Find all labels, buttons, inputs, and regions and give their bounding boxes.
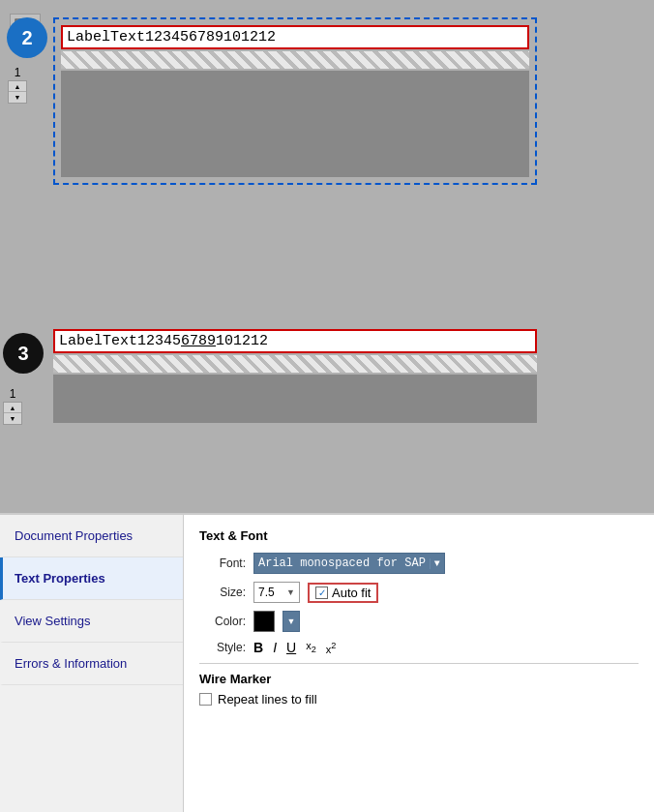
spinner-2[interactable]: ▲ ▼ [8,80,27,104]
spinner-down-2[interactable]: ▼ [9,92,26,103]
wire-repeat-checkbox[interactable] [199,693,212,706]
style-superscript-button[interactable]: x2 [326,641,337,655]
spinner-3[interactable]: ▲ ▼ [3,402,22,425]
sidebar: Document Properties Text Properties View… [0,515,184,812]
bottom-panel: Document Properties Text Properties View… [0,513,654,812]
font-label: Font: [199,556,246,570]
badge-2: 2 [7,17,47,58]
wire-repeat-row: Repeat lines to fill [199,692,639,707]
hatch-row-2 [61,51,529,69]
sidebar-item-document-properties[interactable]: Document Properties [0,515,183,557]
style-underline-button[interactable]: U [286,640,296,655]
sidebar-item-text-properties[interactable]: Text Properties [0,557,183,600]
spinner-value-3: 1 [10,387,16,401]
label-text-input-2[interactable] [61,25,529,49]
hatch-row-3 [53,355,537,373]
spinner-up-3[interactable]: ▲ [4,403,21,413]
spinner-value-2: 1 [15,66,21,79]
label-3-wrapper: LabelText123456789101212 [53,329,537,423]
wire-marker-section: Wire Marker Repeat lines to fill [199,672,639,707]
badge-3: 3 [3,333,44,374]
gray-block-3 [53,375,537,423]
sidebar-item-errors-information[interactable]: Errors & Information [0,643,183,685]
label-text-display-3: LabelText123456789101212 [53,329,537,353]
color-dropdown-arrow[interactable]: ▼ [282,611,300,632]
label-block-2: 2 [53,17,595,185]
size-value: 7.5 [258,586,275,599]
spinner-up-2[interactable]: ▲ [9,81,26,92]
label-block-3: 3 LabelText123456789101212 1 ▲ ▼ [53,329,537,423]
size-row: Size: 7.5 ▼ ✓ Auto fit [199,582,639,603]
canvas-area: 2 1 ▲ ▼ 3 LabelText123456789101212 1 [0,0,654,513]
font-row: Font: Arial monospaced for SAP ▼ [199,553,639,574]
wire-marker-title: Wire Marker [199,672,639,686]
spinner-col-2: 1 ▲ ▼ [8,66,27,104]
font-value: Arial monospaced for SAP [258,556,426,570]
style-italic-button[interactable]: I [273,640,277,655]
gray-block-2 [61,71,529,177]
style-bold-button[interactable]: B [253,640,263,655]
text-font-section-title: Text & Font [199,528,639,543]
divider [199,663,639,664]
style-row: Style: B I U x2 x2 [199,640,639,655]
wire-repeat-label: Repeat lines to fill [218,692,317,707]
sidebar-item-view-settings[interactable]: View Settings [0,600,183,643]
autofit-checkbox-container[interactable]: ✓ Auto fit [308,583,378,603]
dashed-selection-box [53,17,537,185]
spinner-col-3: 1 ▲ ▼ [3,387,22,425]
style-controls: B I U x2 x2 [253,640,336,655]
color-swatch[interactable] [253,611,275,632]
autofit-check: ✓ [315,586,328,599]
size-arrow: ▼ [286,587,295,597]
font-dropdown-arrow: ▼ [430,558,440,569]
color-label: Color: [199,615,246,628]
font-dropdown[interactable]: Arial monospaced for SAP ▼ [253,553,445,574]
color-row: Color: ▼ [199,611,639,632]
autofit-label: Auto fit [332,586,371,600]
style-subscript-button[interactable]: x2 [306,640,316,654]
size-label: Size: [199,586,246,599]
content-area: Text & Font Font: Arial monospaced for S… [184,515,654,812]
size-dropdown[interactable]: 7.5 ▼ [253,582,300,603]
style-label: Style: [199,641,246,654]
spinner-down-3[interactable]: ▼ [4,413,21,424]
